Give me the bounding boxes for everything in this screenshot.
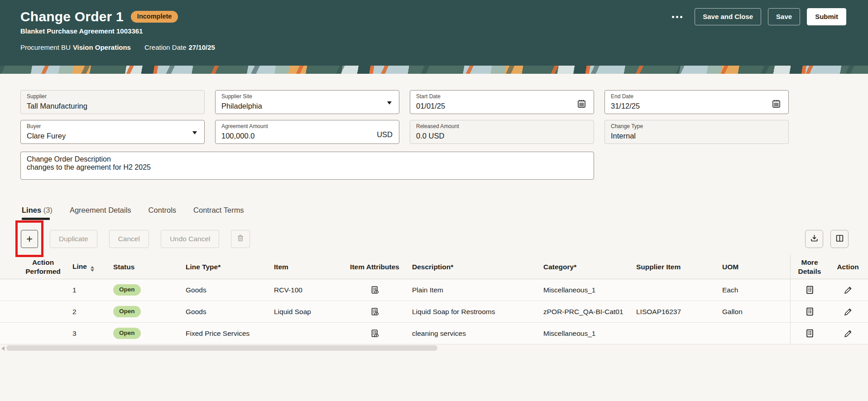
item-attributes-icon[interactable] bbox=[369, 306, 381, 318]
end-date-field[interactable]: End Date 31/12/25 bbox=[604, 90, 789, 114]
submit-button[interactable]: Submit bbox=[807, 8, 846, 25]
col-description: Description* bbox=[408, 263, 539, 271]
supplier-site-field[interactable]: Supplier Site Philadelphia bbox=[215, 90, 399, 114]
col-category: Category* bbox=[539, 263, 632, 271]
decorative-banner bbox=[0, 66, 868, 74]
col-more-details: More Details bbox=[790, 255, 829, 279]
currency-code: USD bbox=[377, 130, 393, 139]
tab-agreement-details[interactable]: Agreement Details bbox=[70, 206, 131, 220]
detail-tabs: Lines (3) Agreement Details Controls Con… bbox=[22, 206, 244, 220]
calendar-icon[interactable] bbox=[770, 97, 783, 110]
ellipsis-icon bbox=[680, 16, 682, 18]
add-line-button[interactable]: + bbox=[21, 230, 38, 248]
col-supplier-item: Supplier Item bbox=[632, 263, 718, 271]
edit-line-button[interactable] bbox=[842, 327, 854, 340]
edit-line-button[interactable] bbox=[842, 284, 854, 296]
more-details-button[interactable] bbox=[803, 283, 816, 296]
change-type-field: Change Type Internal bbox=[604, 120, 789, 144]
scroll-left-icon[interactable] bbox=[1, 346, 5, 351]
scrollbar-thumb[interactable] bbox=[6, 345, 437, 351]
item-attributes-icon[interactable] bbox=[369, 327, 381, 340]
start-date-field[interactable]: Start Date 01/01/25 bbox=[410, 90, 594, 114]
change-order-description-field[interactable]: Change Order Description changes to the … bbox=[20, 152, 594, 180]
supplier-label: Supplier bbox=[27, 93, 198, 100]
status-pill: Open bbox=[113, 306, 141, 317]
col-line-type: Line Type* bbox=[181, 263, 269, 271]
lines-table: Action Performed Line Status Line Type* … bbox=[0, 255, 868, 344]
lines-toolbar: + Duplicate Cancel Undo Cancel bbox=[21, 230, 250, 248]
table-row[interactable]: 3 Open Fixed Price Services cleaning ser… bbox=[0, 323, 868, 344]
columns-icon bbox=[835, 234, 844, 244]
page-subtitle: Blanket Purchase Agreement 1003361 bbox=[20, 27, 178, 35]
calendar-icon[interactable] bbox=[575, 97, 588, 110]
table-row[interactable]: 1 Open Goods RCV-100 Plain Item Miscella… bbox=[0, 279, 868, 301]
agreement-amount-field[interactable]: Agreement Amount 100,000.0 USD bbox=[215, 120, 399, 144]
ellipsis-icon bbox=[676, 16, 678, 18]
col-line[interactable]: Line bbox=[68, 262, 109, 272]
status-badge: Incomplete bbox=[131, 11, 178, 22]
edit-line-button[interactable] bbox=[842, 306, 854, 318]
horizontal-scrollbar[interactable] bbox=[0, 344, 868, 352]
col-uom: UOM bbox=[718, 263, 790, 271]
item-attributes-icon[interactable] bbox=[369, 284, 381, 296]
duplicate-button[interactable]: Duplicate bbox=[50, 230, 97, 248]
creation-date-meta: Creation Date27/10/25 bbox=[144, 43, 215, 51]
cancel-line-button[interactable]: Cancel bbox=[109, 230, 149, 248]
trash-icon bbox=[236, 234, 245, 244]
save-and-close-button[interactable]: Save and Close bbox=[695, 8, 761, 25]
line-number: 1 bbox=[68, 286, 109, 294]
more-details-button[interactable] bbox=[803, 327, 816, 340]
supplier-field: Supplier Tall Manufacturing bbox=[20, 90, 205, 114]
export-button[interactable] bbox=[805, 230, 823, 248]
tab-contract-terms[interactable]: Contract Terms bbox=[193, 206, 244, 220]
ellipsis-icon bbox=[672, 16, 674, 18]
col-status: Status bbox=[109, 263, 181, 271]
line-number: 3 bbox=[68, 329, 109, 338]
chevron-down-icon[interactable] bbox=[387, 101, 392, 105]
page-title: Change Order 1 bbox=[20, 9, 124, 24]
chevron-down-icon[interactable] bbox=[192, 131, 197, 134]
sort-icon bbox=[91, 266, 94, 272]
supplier-value: Tall Manufacturing bbox=[27, 101, 198, 111]
page-header: Change Order 1 Incomplete Blanket Purcha… bbox=[0, 0, 868, 66]
line-number: 2 bbox=[68, 308, 109, 316]
col-item-attributes: Item Attributes bbox=[342, 263, 408, 271]
buyer-field[interactable]: Buyer Clare Furey bbox=[20, 120, 205, 144]
status-pill: Open bbox=[113, 328, 141, 339]
col-item: Item bbox=[269, 263, 342, 271]
undo-cancel-button[interactable]: Undo Cancel bbox=[161, 230, 220, 248]
col-action: Action bbox=[829, 263, 867, 271]
lines-count: (3) bbox=[43, 206, 53, 214]
col-action-performed: Action Performed bbox=[18, 258, 68, 276]
download-icon bbox=[810, 234, 819, 244]
change-order-form: Supplier Tall Manufacturing Supplier Sit… bbox=[20, 90, 790, 180]
status-pill: Open bbox=[113, 284, 141, 295]
more-actions-button[interactable] bbox=[672, 16, 682, 18]
table-row[interactable]: 2 Open Goods Liquid Soap Liquid Soap for… bbox=[0, 301, 868, 323]
tab-controls[interactable]: Controls bbox=[149, 206, 176, 220]
table-header-row: Action Performed Line Status Line Type* … bbox=[0, 255, 868, 279]
procurement-bu-meta: Procurement BUVision Operations bbox=[20, 43, 131, 51]
released-amount-field: Released Amount 0.0 USD bbox=[410, 120, 594, 144]
save-button[interactable]: Save bbox=[768, 8, 800, 25]
tab-lines[interactable]: Lines (3) bbox=[22, 206, 53, 220]
manage-columns-button[interactable] bbox=[830, 230, 849, 248]
delete-line-button[interactable] bbox=[231, 230, 250, 248]
more-details-button[interactable] bbox=[803, 305, 816, 318]
